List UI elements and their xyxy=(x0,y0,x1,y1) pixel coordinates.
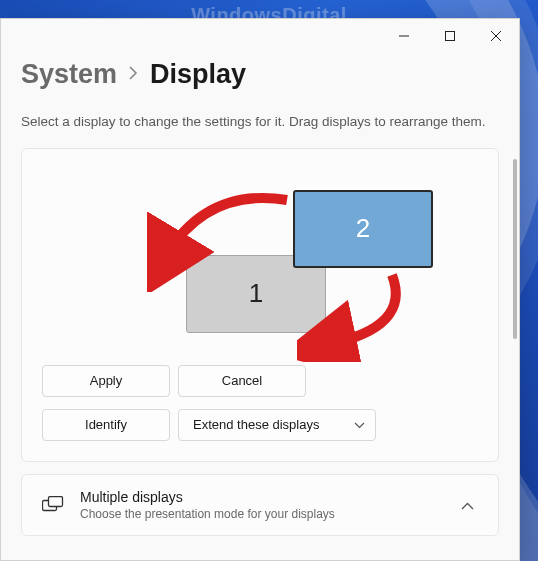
breadcrumb-current: Display xyxy=(150,59,246,90)
display-mode-select[interactable]: Extend these displays xyxy=(178,409,376,441)
maximize-button[interactable] xyxy=(427,21,473,51)
breadcrumb: System Display xyxy=(21,59,499,90)
close-button[interactable] xyxy=(473,21,519,51)
page-subtitle: Select a display to change the settings … xyxy=(21,112,499,132)
monitor-2[interactable]: 2 xyxy=(293,190,433,268)
multiple-displays-subtitle: Choose the presentation mode for your di… xyxy=(80,507,441,521)
multiple-displays-text: Multiple displays Choose the presentatio… xyxy=(80,489,441,521)
minimize-button[interactable] xyxy=(381,21,427,51)
display-mode-label: Extend these displays xyxy=(193,417,319,432)
svg-rect-5 xyxy=(49,496,63,506)
display-arrangement-card: 2 1 Apply Cancel Identify Extend these xyxy=(21,148,499,462)
scrollbar[interactable] xyxy=(513,159,517,339)
chevron-right-icon xyxy=(129,66,138,84)
cancel-button[interactable]: Cancel xyxy=(178,365,306,397)
display-canvas[interactable]: 2 1 xyxy=(42,167,478,357)
chevron-up-icon xyxy=(461,502,474,510)
multiple-displays-icon xyxy=(42,496,64,514)
breadcrumb-parent[interactable]: System xyxy=(21,59,117,90)
multiple-displays-title: Multiple displays xyxy=(80,489,441,505)
settings-window: System Display Select a display to chang… xyxy=(0,18,520,561)
svg-rect-1 xyxy=(446,32,455,41)
multiple-displays-card[interactable]: Multiple displays Choose the presentatio… xyxy=(21,474,499,536)
identify-button[interactable]: Identify xyxy=(42,409,170,441)
chevron-down-icon xyxy=(354,417,365,432)
titlebar xyxy=(1,19,519,51)
expand-button[interactable] xyxy=(457,492,478,518)
apply-button[interactable]: Apply xyxy=(42,365,170,397)
